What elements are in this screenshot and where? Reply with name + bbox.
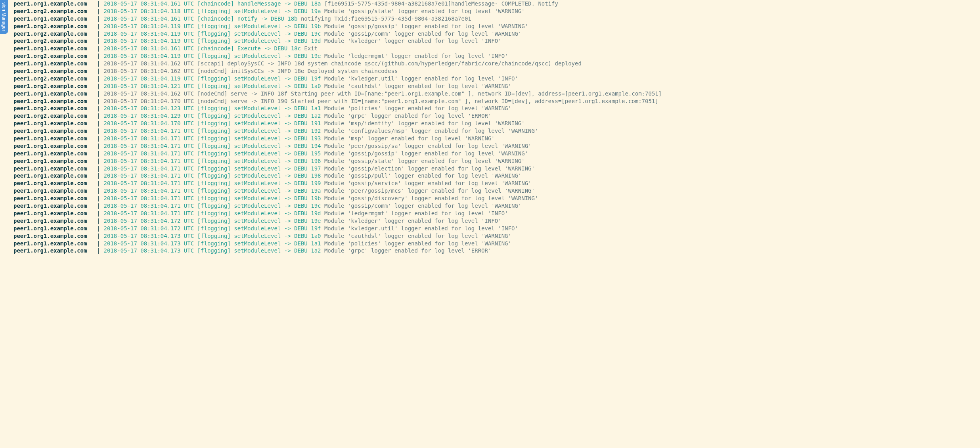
log-id: 19b bbox=[311, 23, 324, 29]
log-source: peer1.org1.example.com bbox=[13, 0, 97, 7]
log-output[interactable]: peer1.org1.example.com | 2018-05-17 08:3… bbox=[0, 0, 980, 270]
log-line: peer1.org2.example.com | 2018-05-17 08:3… bbox=[13, 82, 980, 90]
log-timestamp: 2018-05-17 08:31:04.161 UTC bbox=[104, 45, 197, 52]
log-timestamp: 2018-05-17 08:31:04.118 UTC bbox=[104, 8, 197, 14]
log-timestamp: 2018-05-17 08:31:04.171 UTC bbox=[104, 188, 197, 194]
log-line: peer1.org1.example.com | 2018-05-17 08:3… bbox=[13, 90, 980, 98]
arrow-icon: -> bbox=[284, 113, 294, 119]
pipe-separator: | bbox=[97, 15, 104, 22]
log-module: [flogging] bbox=[197, 120, 234, 126]
log-line: peer1.org1.example.com | 2018-05-17 08:3… bbox=[13, 165, 980, 172]
log-function: setModuleLevel bbox=[234, 172, 284, 179]
log-message: Module 'kvledger.util' logger enabled fo… bbox=[324, 225, 518, 232]
log-function: handleMessage bbox=[237, 0, 284, 7]
log-timestamp: 2018-05-17 08:31:04.171 UTC bbox=[104, 210, 197, 216]
pipe-separator: | bbox=[97, 105, 104, 111]
log-module: [flogging] bbox=[197, 203, 234, 209]
pipe-separator: | bbox=[97, 195, 104, 201]
pipe-separator: | bbox=[97, 128, 104, 134]
log-source: peer1.org1.example.com bbox=[13, 120, 97, 126]
arrow-icon: -> bbox=[284, 240, 294, 247]
log-timestamp: 2018-05-17 08:31:04.123 UTC bbox=[104, 105, 197, 111]
log-function: setModuleLevel bbox=[234, 165, 284, 172]
arrow-icon: -> bbox=[284, 120, 294, 126]
log-body: 2018-05-17 08:31:04.162 UTC [nodeCmd] in… bbox=[104, 68, 398, 74]
arrow-icon: -> bbox=[284, 172, 294, 179]
log-function: setModuleLevel bbox=[234, 180, 284, 186]
log-module: [flogging] bbox=[197, 83, 234, 89]
log-id: 199 bbox=[311, 180, 324, 186]
log-id: 18c bbox=[291, 45, 304, 52]
log-line: peer1.org1.example.com | 2018-05-17 08:3… bbox=[13, 98, 980, 105]
log-id: 1a0 bbox=[311, 83, 324, 89]
log-level: DEBU bbox=[294, 8, 311, 14]
log-id: 196 bbox=[311, 158, 324, 164]
pipe-separator: | bbox=[97, 188, 104, 194]
log-level: DEBU bbox=[294, 135, 311, 142]
log-message: Module 'gossip/state' logger enabled for… bbox=[324, 8, 525, 14]
log-function: notify bbox=[237, 15, 261, 22]
pipe-separator: | bbox=[97, 135, 104, 142]
log-message: Module 'policies' logger enabled for log… bbox=[324, 240, 511, 247]
log-message: Module 'ledgermgmt' logger enabled for l… bbox=[324, 53, 508, 59]
log-timestamp: 2018-05-17 08:31:04.161 UTC bbox=[104, 0, 197, 7]
log-message: Module 'grpc' logger enabled for log lev… bbox=[324, 247, 491, 254]
log-timestamp: 2018-05-17 08:31:04.171 UTC bbox=[104, 135, 197, 142]
log-source: peer1.org1.example.com bbox=[13, 15, 97, 22]
session-manager-tab[interactable]: sion Manager bbox=[0, 0, 8, 34]
log-line: peer1.org1.example.com | 2018-05-17 08:3… bbox=[13, 60, 980, 67]
log-timestamp: 2018-05-17 08:31:04.119 UTC bbox=[104, 53, 197, 59]
log-function: setModuleLevel bbox=[234, 240, 284, 247]
log-function: setModuleLevel bbox=[234, 75, 284, 82]
log-source: peer1.org1.example.com bbox=[13, 90, 97, 97]
log-message: Module 'gossip/state' logger enabled for… bbox=[324, 158, 525, 164]
log-id: 192 bbox=[311, 128, 324, 134]
log-source: peer1.org1.example.com bbox=[13, 68, 97, 74]
log-line: peer1.org2.example.com | 2018-05-17 08:3… bbox=[13, 8, 980, 15]
log-function: setModuleLevel bbox=[234, 38, 284, 44]
log-id: 18b bbox=[287, 15, 301, 22]
arrow-icon: -> bbox=[284, 53, 294, 59]
arrow-icon: -> bbox=[284, 31, 294, 37]
log-source: peer1.org2.example.com bbox=[13, 83, 97, 89]
log-timestamp: 2018-05-17 08:31:04.172 UTC bbox=[104, 218, 197, 224]
log-id: 193 bbox=[311, 135, 324, 142]
log-timestamp: 2018-05-17 08:31:04.171 UTC bbox=[104, 195, 197, 201]
pipe-separator: | bbox=[97, 172, 104, 179]
log-timestamp: 2018-05-17 08:31:04.170 UTC bbox=[104, 120, 197, 126]
log-timestamp: 2018-05-17 08:31:04.173 UTC bbox=[104, 233, 197, 239]
log-function: setModuleLevel bbox=[234, 135, 284, 142]
log-module: [flogging] bbox=[197, 53, 234, 59]
log-id: 191 bbox=[311, 120, 324, 126]
log-id: 1a0 bbox=[311, 233, 324, 239]
arrow-icon: -> bbox=[284, 8, 294, 14]
log-level: DEBU bbox=[294, 120, 311, 126]
log-level: DEBU bbox=[294, 203, 311, 209]
pipe-separator: | bbox=[97, 90, 104, 97]
log-function: setModuleLevel bbox=[234, 53, 284, 59]
log-id: 19c bbox=[311, 31, 324, 37]
log-level: DEBU bbox=[294, 233, 311, 239]
log-line: peer1.org2.example.com | 2018-05-17 08:3… bbox=[13, 37, 980, 45]
log-line: peer1.org2.example.com | 2018-05-17 08:3… bbox=[13, 30, 980, 38]
log-module: [flogging] bbox=[197, 233, 234, 239]
log-module: [flogging] bbox=[197, 218, 234, 224]
log-message: [f1e69515-5775-435d-9804-a382168a7e01]ha… bbox=[324, 0, 558, 7]
log-source: peer1.org1.example.com bbox=[13, 143, 97, 149]
log-source: peer1.org1.example.com bbox=[13, 240, 97, 247]
log-timestamp: 2018-05-17 08:31:04.171 UTC bbox=[104, 203, 197, 209]
log-level: DEBU bbox=[294, 158, 311, 164]
log-message: Module 'gossip/gossip' logger enabled fo… bbox=[324, 23, 528, 29]
log-module: [flogging] bbox=[197, 8, 234, 14]
log-timestamp: 2018-05-17 08:31:04.171 UTC bbox=[104, 165, 197, 172]
log-line: peer1.org2.example.com | 2018-05-17 08:3… bbox=[13, 105, 980, 112]
log-id: 194 bbox=[311, 143, 324, 149]
arrow-icon: -> bbox=[284, 0, 294, 7]
log-id: 19a bbox=[311, 8, 324, 14]
log-timestamp: 2018-05-17 08:31:04.171 UTC bbox=[104, 172, 197, 179]
log-level: DEBU bbox=[294, 247, 311, 254]
pipe-separator: | bbox=[97, 45, 104, 52]
log-level: DEBU bbox=[294, 105, 311, 111]
arrow-icon: -> bbox=[284, 233, 294, 239]
arrow-icon: -> bbox=[284, 180, 294, 186]
